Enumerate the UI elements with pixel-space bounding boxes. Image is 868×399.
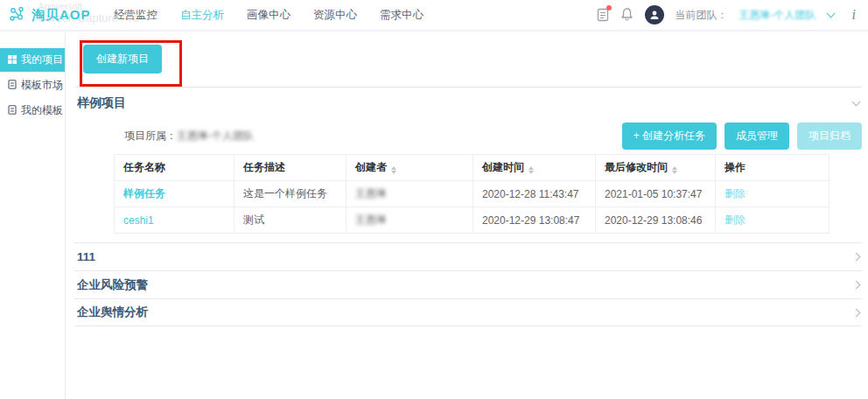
current-team-label: 当前团队： [676,8,728,23]
main-content: 创建新项目 样例项目 项目所属： 王惠琳-个人团队 + 创建分析任务 成员管理 … [66,32,868,399]
table-row: ceshi1 测试 王惠琳 2020-12-29 13:08:47 2020-1… [115,207,830,234]
template-icon [8,80,17,92]
info-icon[interactable]: i [852,7,856,23]
sidebar-item-my-templates[interactable]: 我的模板 [0,99,65,122]
delete-link[interactable]: 删除 [724,214,746,226]
molecule-logo-icon [9,5,26,25]
sidebar: 我的项目 模板市场 我的模板 [0,32,66,399]
header-right-tools: 当前团队： 王惠琳-个人团队 i [597,5,856,24]
create-analysis-task-button[interactable]: + 创建分析任务 [622,122,717,150]
col-actions: 操作 [716,155,830,181]
col-created-time[interactable]: 创建时间 [473,155,596,181]
section-title: 企业风险预警 [77,277,148,293]
sidebar-item-template-market[interactable]: 模板市场 [0,74,65,97]
sidebar-item-label: 我的模板 [21,103,63,118]
sidebar-item-label: 我的项目 [21,52,63,67]
task-desc: 这是一个样例任务 [234,181,346,207]
task-created-time: 2020-12-28 11:43:47 [473,181,596,207]
sort-icon[interactable] [528,166,534,174]
top-header: Apowersoft Screen Capture Pro 淘贝AOP 经营监控… [0,0,868,32]
page-body: 我的项目 模板市场 我的模板 创建新项目 [0,32,868,399]
table-row: 样例任务 这是一个样例任务 王惠琳 2020-12-28 11:43:47 20… [115,181,830,207]
project-section-111[interactable]: 111 [74,242,862,270]
nav-item-resource-center[interactable]: 资源中心 [313,8,357,23]
create-new-project-button[interactable]: 创建新项目 [83,45,162,74]
section-title: 企业舆情分析 [77,304,148,320]
chevron-down-icon[interactable] [826,10,835,18]
delete-link[interactable]: 删除 [724,187,746,200]
chevron-down-icon[interactable] [852,97,861,106]
project-section-sentiment-analysis[interactable]: 企业舆情分析 [74,298,862,326]
nav-item-self-analysis[interactable]: 自主分析 [180,8,224,23]
section-title: 111 [77,250,95,263]
project-owner-value: 王惠琳-个人团队 [177,129,254,144]
member-management-button[interactable]: 成员管理 [724,122,789,150]
task-creator: 王惠琳 [355,187,387,200]
task-table: 任务名称 任务描述 创建者 创建时间 最后修改时间 操作 样例任务 这是一个样例… [114,154,830,234]
nav-item-profile-center[interactable]: 画像中心 [247,8,290,23]
project-owner-label: 项目所属： [124,129,177,144]
nav-item-demand-center[interactable]: 需求中心 [380,8,424,23]
task-desc: 测试 [234,207,346,234]
grid-icon [8,54,17,66]
notification-dot [606,5,612,10]
create-project-area: 创建新项目 [74,32,862,88]
table-header-row: 任务名称 任务描述 创建者 创建时间 最后修改时间 操作 [115,155,830,181]
project-owner-row: 项目所属： 王惠琳-个人团队 + 创建分析任务 成员管理 项目归档 [114,122,862,149]
bell-icon[interactable] [620,7,634,24]
project-action-buttons: + 创建分析任务 成员管理 项目归档 [622,122,862,150]
task-modified-time: 2021-01-05 10:37:47 [596,181,716,207]
chevron-right-icon[interactable] [852,308,861,317]
user-avatar[interactable] [645,5,664,24]
chevron-right-icon[interactable] [852,253,861,262]
sort-icon[interactable] [391,166,396,174]
col-modified-time[interactable]: 最后修改时间 [596,155,716,181]
chevron-right-icon[interactable] [852,281,861,290]
sidebar-item-my-projects[interactable]: 我的项目 [0,48,65,72]
task-link[interactable]: 样例任务 [123,187,165,200]
nav-item-operation-monitor[interactable]: 经营监控 [114,8,158,23]
collapsed-projects-list: 111 企业风险预警 企业舆情分析 [74,242,862,326]
sample-project-section-header[interactable]: 样例项目 [74,88,862,118]
col-task-desc: 任务描述 [234,155,346,181]
task-created-time: 2020-12-29 13:08:47 [473,207,596,234]
task-creator: 王惠琳 [355,214,387,226]
section-title: 样例项目 [77,95,126,111]
col-creator[interactable]: 创建者 [346,155,473,181]
document-notification-icon[interactable] [597,8,609,22]
sample-project-body: 项目所属： 王惠琳-个人团队 + 创建分析任务 成员管理 项目归档 任务名称 任… [74,122,862,234]
task-link[interactable]: ceshi1 [123,214,154,227]
col-task-name: 任务名称 [115,155,234,181]
logo-text: 淘贝AOP [32,7,91,24]
project-archive-button[interactable]: 项目归档 [797,122,862,150]
sidebar-item-label: 模板市场 [21,78,63,93]
app-logo[interactable]: 淘贝AOP [9,5,100,25]
template-icon [8,105,17,117]
sort-icon[interactable] [672,166,677,174]
team-name-dropdown-value[interactable]: 王惠琳-个人团队 [739,8,816,23]
task-modified-time: 2020-12-29 13:08:46 [596,207,716,234]
project-section-risk-warning[interactable]: 企业风险预警 [74,270,862,298]
top-nav: 经营监控 自主分析 画像中心 资源中心 需求中心 [114,8,424,23]
